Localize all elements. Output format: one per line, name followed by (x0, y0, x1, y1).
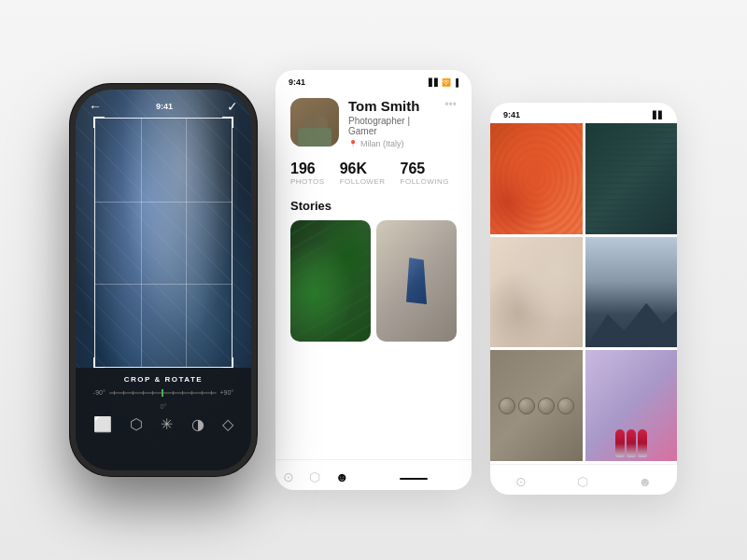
roll-1 (499, 398, 515, 414)
more-options-icon[interactable]: ••• (444, 98, 457, 111)
nav-profile-icon-3[interactable]: ☻ (630, 472, 659, 491)
tick (182, 391, 183, 395)
grid-line-h1 (95, 202, 232, 203)
tick (152, 391, 153, 395)
nav-camera-icon[interactable]: ⬡ (302, 468, 328, 486)
story-leaves[interactable] (290, 220, 371, 342)
photo-olive-rolls[interactable] (490, 350, 583, 461)
crop-icon[interactable]: ⬜ (93, 415, 112, 433)
photo-red-hair[interactable] (490, 123, 583, 234)
stat-following: 765 FOLLOWING (401, 161, 450, 186)
profile-bio: Photographer | Gamer (348, 116, 435, 136)
signal-icon-phone3: ▋▋ (653, 111, 664, 119)
phone-crop-rotate: ← 9:41 ✓ CROP & ROTATE -90° (70, 84, 257, 476)
nav-gallery-icon[interactable]: ⊙ (275, 468, 302, 486)
finger-3 (638, 429, 647, 457)
signal-icon: ▋▋ (429, 78, 440, 87)
avatar (290, 98, 339, 147)
brightness-icon[interactable]: ✳ (161, 415, 173, 433)
tick (191, 391, 192, 395)
grid-line-v1 (141, 119, 142, 367)
corner-tr (222, 117, 233, 128)
wifi-icon: 🛜 (442, 78, 451, 87)
center-degree: 0° (161, 403, 167, 410)
corner-tl (93, 117, 105, 128)
back-icon[interactable]: ← (89, 99, 102, 114)
status-time-phone1: 9:41 (156, 102, 173, 111)
nav-camera-icon-3[interactable]: ⬡ (570, 472, 596, 491)
photos-label: PHOTOS (290, 177, 325, 186)
status-time-phone2: 9:41 (289, 77, 305, 87)
mountain-svg (585, 292, 678, 347)
crop-screen: ← 9:41 ✓ CROP & ROTATE -90° (76, 90, 251, 470)
stat-photos: 196 PHOTOS (290, 161, 325, 186)
avatar-body (302, 114, 328, 129)
stats-row: 196 PHOTOS 96K FOLLOWER 765 FOLLOWING (290, 161, 457, 186)
stories-title: Stories (290, 199, 457, 213)
rotate-left-label: -90° (93, 389, 106, 396)
profile-info: Tom Smith Photographer | Gamer 📍 Milan (… (348, 98, 435, 148)
photos-value: 196 (290, 161, 325, 176)
profile-name: Tom Smith (348, 98, 435, 114)
nails-detail (585, 350, 678, 461)
stat-followers: 96K FOLLOWER (340, 161, 386, 186)
following-label: FOLLOWING (401, 177, 450, 186)
tick (123, 391, 124, 395)
crop-top-bar: ← 9:41 ✓ (76, 90, 251, 118)
roll-3 (538, 398, 555, 414)
profile-content: Tom Smith Photographer | Gamer 📍 Milan (… (275, 91, 472, 459)
rotate-slider[interactable]: -90° (93, 389, 233, 396)
photo-teal-fabric[interactable] (585, 123, 678, 234)
location-text: Milan (Italy) (360, 139, 404, 148)
profile-header: Tom Smith Photographer | Gamer 📍 Milan (… (290, 98, 457, 148)
followers-label: FOLLOWER (340, 177, 386, 186)
bottom-nav-phone2: ⊙ ⬡ ☻ (275, 459, 472, 490)
perspective-icon[interactable]: ⬡ (130, 415, 143, 433)
center-tick (162, 389, 163, 397)
crop-rotate-label: CROP & ROTATE (124, 375, 203, 384)
stories-section: Stories (290, 199, 457, 342)
leaves-texture (290, 220, 371, 342)
phone-profile: 9:41 ▋▋ 🛜 ▐ Tom Smith Photographer (275, 70, 472, 490)
confirm-icon[interactable]: ✓ (227, 99, 238, 114)
profile-location: 📍 Milan (Italy) (348, 139, 435, 148)
battery-icon: ▐ (453, 78, 458, 87)
grid-line-h2 (95, 284, 232, 285)
contrast-icon[interactable]: ◑ (191, 415, 204, 433)
photo-red-nails[interactable] (585, 350, 678, 461)
rotate-track[interactable] (109, 392, 217, 394)
rotate-ticks (109, 389, 217, 397)
teal-texture (585, 123, 678, 234)
nav-active-indicator (400, 478, 428, 481)
water-icon[interactable]: ◇ (222, 415, 233, 433)
abstract-shapes (376, 220, 457, 342)
photo-skin-closeup[interactable] (490, 237, 583, 348)
status-icons: ▋▋ 🛜 ▐ (429, 78, 458, 87)
finger-1 (615, 429, 625, 457)
crop-frame[interactable] (94, 118, 233, 368)
avatar-image (290, 98, 339, 147)
bottom-nav-phone3: ⊙ ⬡ ☻ (490, 464, 677, 495)
blue-prism-shape (406, 258, 427, 304)
stories-grid (290, 220, 457, 342)
nav-profile-icon[interactable]: ☻ (328, 468, 357, 486)
story-abstract[interactable] (376, 220, 457, 342)
tick (133, 391, 134, 395)
photo-mountain[interactable] (585, 237, 678, 348)
scene-container: ← 9:41 ✓ CROP & ROTATE -90° (70, 70, 677, 490)
rotate-right-label: +90° (220, 389, 234, 396)
avatar-jacket (298, 128, 331, 147)
degree-labels: 0° (93, 403, 233, 410)
svg-marker-0 (585, 303, 678, 347)
location-pin-icon: 📍 (348, 140, 358, 148)
phone-grid: 9:41 ▋▋ (490, 103, 677, 495)
roll-shapes-detail (490, 350, 583, 461)
nav-gallery-icon-3[interactable]: ⊙ (508, 472, 534, 491)
tick (202, 391, 203, 395)
red-hair-texture (490, 123, 583, 234)
tick (114, 391, 115, 395)
tick (143, 391, 144, 395)
photo-grid (490, 123, 677, 464)
finger-2 (627, 429, 636, 457)
crop-bottom-panel: CROP & ROTATE -90° (76, 368, 251, 470)
